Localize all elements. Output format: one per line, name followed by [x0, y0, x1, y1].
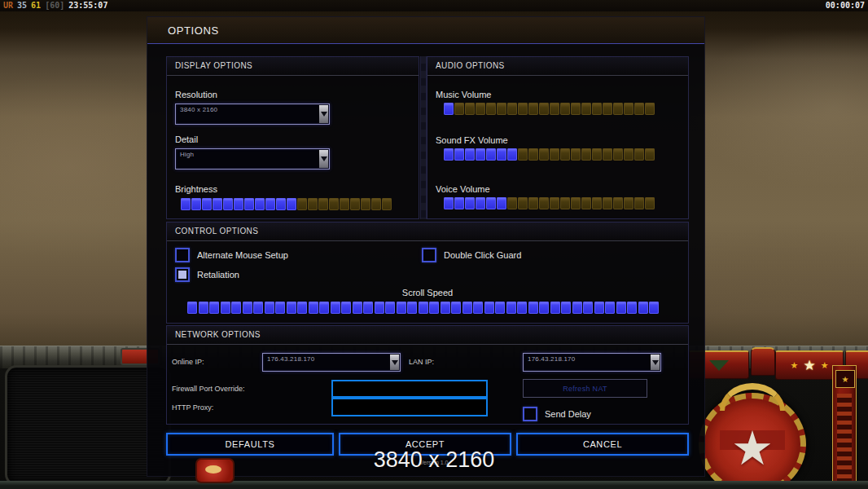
dropdown-arrow-icon[interactable] — [319, 150, 328, 168]
dropdown-arrow-icon[interactable] — [319, 105, 328, 123]
slider-block[interactable] — [462, 302, 472, 314]
slider-block[interactable] — [353, 302, 362, 314]
slider-block[interactable] — [497, 197, 506, 209]
slider-block[interactable] — [550, 103, 559, 115]
slider-block[interactable] — [518, 197, 528, 209]
slider-block[interactable] — [454, 103, 464, 115]
slider-block[interactable] — [385, 302, 395, 314]
slider-block[interactable] — [243, 302, 252, 314]
slider-block[interactable] — [605, 302, 615, 314]
slider-block[interactable] — [634, 103, 644, 115]
voice-volume-slider[interactable] — [444, 197, 655, 209]
slider-block[interactable] — [308, 198, 318, 210]
slider-block[interactable] — [571, 103, 581, 115]
slider-block[interactable] — [539, 103, 549, 115]
slider-block[interactable] — [572, 302, 582, 314]
slider-block[interactable] — [616, 302, 626, 314]
slider-block[interactable] — [539, 302, 549, 314]
slider-block[interactable] — [209, 302, 219, 314]
slider-block[interactable] — [375, 302, 384, 314]
slider-block[interactable] — [603, 103, 612, 115]
slider-block[interactable] — [231, 302, 241, 314]
slider-block[interactable] — [181, 198, 191, 210]
double-click-guard-checkbox[interactable] — [422, 248, 436, 262]
slider-block[interactable] — [221, 302, 230, 314]
slider-block[interactable] — [234, 198, 243, 210]
slider-block[interactable] — [550, 197, 559, 209]
slider-block[interactable] — [581, 148, 591, 161]
slider-block[interactable] — [594, 302, 604, 314]
slider-block[interactable] — [429, 302, 439, 314]
slider-block[interactable] — [603, 148, 612, 161]
slider-block[interactable] — [497, 103, 506, 115]
slider-block[interactable] — [528, 302, 538, 314]
slider-block[interactable] — [331, 302, 340, 314]
slider-block[interactable] — [309, 302, 318, 314]
slider-block[interactable] — [451, 302, 461, 314]
slider-block[interactable] — [624, 148, 633, 161]
slider-block[interactable] — [297, 302, 307, 314]
slider-block[interactable] — [634, 148, 644, 161]
slider-block[interactable] — [397, 302, 406, 314]
slider-block[interactable] — [581, 103, 591, 115]
dropdown-arrow-icon[interactable] — [390, 355, 399, 370]
slider-block[interactable] — [476, 148, 485, 161]
slider-block[interactable] — [244, 198, 254, 210]
slider-block[interactable] — [454, 197, 464, 209]
slider-block[interactable] — [297, 198, 307, 210]
slider-block[interactable] — [223, 198, 233, 210]
slider-block[interactable] — [255, 198, 265, 210]
slider-block[interactable] — [507, 197, 517, 209]
slider-block[interactable] — [187, 302, 197, 314]
slider-block[interactable] — [603, 197, 612, 209]
slider-block[interactable] — [560, 197, 570, 209]
slider-block[interactable] — [506, 302, 516, 314]
slider-block[interactable] — [484, 302, 494, 314]
slider-block[interactable] — [550, 148, 559, 161]
slider-block[interactable] — [275, 302, 285, 314]
slider-block[interactable] — [465, 148, 475, 161]
slider-block[interactable] — [486, 148, 496, 161]
refresh-nat-button[interactable]: Refresh NAT — [523, 379, 647, 398]
slider-block[interactable] — [341, 302, 351, 314]
slider-block[interactable] — [486, 197, 496, 209]
slider-block[interactable] — [613, 148, 623, 161]
slider-block[interactable] — [473, 302, 483, 314]
slider-block[interactable] — [539, 148, 549, 161]
slider-block[interactable] — [319, 302, 329, 314]
slider-block[interactable] — [361, 198, 370, 210]
scroll-speed-slider[interactable] — [187, 302, 660, 314]
slider-block[interactable] — [539, 197, 549, 209]
slider-block[interactable] — [638, 302, 648, 314]
slider-block[interactable] — [382, 198, 392, 210]
resolution-dropdown[interactable]: 3840 x 2160 — [175, 104, 330, 125]
brightness-slider[interactable] — [181, 198, 392, 210]
detail-dropdown[interactable]: High — [175, 148, 330, 170]
slider-block[interactable] — [571, 197, 581, 209]
slider-block[interactable] — [634, 197, 644, 209]
slider-block[interactable] — [202, 198, 212, 210]
slider-block[interactable] — [497, 148, 506, 161]
slider-block[interactable] — [441, 302, 450, 314]
alternate-mouse-checkbox[interactable] — [175, 248, 190, 262]
slider-block[interactable] — [444, 148, 454, 161]
slider-block[interactable] — [560, 148, 570, 161]
slider-block[interactable] — [407, 302, 417, 314]
slider-block[interactable] — [581, 197, 591, 209]
slider-block[interactable] — [465, 197, 475, 209]
slider-block[interactable] — [350, 198, 360, 210]
slider-block[interactable] — [191, 198, 201, 210]
soundfx-volume-slider[interactable] — [444, 148, 655, 161]
slider-block[interactable] — [528, 103, 538, 115]
slider-block[interactable] — [454, 148, 464, 161]
slider-block[interactable] — [329, 198, 339, 210]
slider-block[interactable] — [624, 103, 633, 115]
slider-block[interactable] — [476, 103, 485, 115]
slider-block[interactable] — [276, 198, 286, 210]
slider-block[interactable] — [645, 148, 655, 161]
slider-block[interactable] — [627, 302, 637, 314]
slider-block[interactable] — [419, 302, 428, 314]
slider-block[interactable] — [518, 103, 528, 115]
slider-block[interactable] — [528, 197, 538, 209]
slider-block[interactable] — [199, 302, 208, 314]
